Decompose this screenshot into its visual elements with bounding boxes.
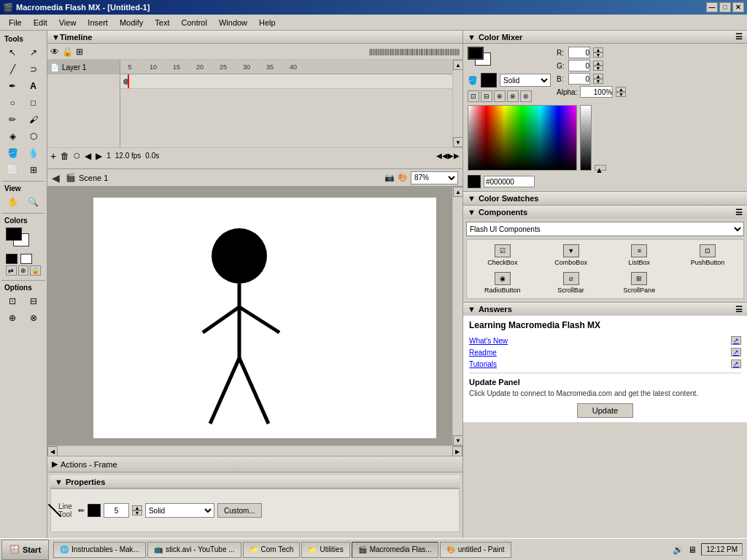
stage-scroll-right[interactable]: ▶ (452, 446, 462, 456)
actions-bar[interactable]: ▶ Actions - Frame (47, 456, 462, 472)
r-up[interactable]: ▲ (593, 47, 603, 52)
mixer-stroke-box[interactable] (468, 47, 484, 60)
no-fill-btn[interactable] (20, 254, 32, 264)
alpha-down[interactable]: ▼ (616, 92, 626, 97)
comp-options[interactable]: ☰ (735, 208, 743, 217)
b-down[interactable]: ▼ (593, 79, 603, 84)
menu-text[interactable]: Text (149, 17, 175, 28)
alpha-input[interactable] (580, 86, 613, 98)
whats-new-link[interactable]: What's New ↗ (469, 336, 741, 345)
gradient-arrow[interactable]: ▲ (595, 165, 606, 171)
option-2[interactable]: ⊟ (24, 293, 43, 309)
stroke-size-input[interactable] (104, 503, 129, 518)
taskbar-item-youtube[interactable]: 📺 stick.avi - YouTube ... (147, 542, 241, 558)
default-colors-btn[interactable]: ⊗ (18, 265, 29, 276)
arrow-tool[interactable]: ↖ (3, 44, 22, 61)
stroke-color-box[interactable] (6, 228, 22, 241)
g-down[interactable]: ▼ (593, 66, 603, 71)
menu-modify[interactable]: Modify (114, 17, 149, 28)
mixer-icon-3[interactable]: ⊕ (494, 90, 506, 102)
g-input[interactable] (568, 60, 590, 71)
playhead[interactable] (128, 74, 129, 88)
fill-lock-btn[interactable]: 🔒 (30, 265, 41, 276)
tutorials-link[interactable]: Tutorials ↗ (469, 359, 741, 368)
brightness-slider[interactable] (580, 105, 592, 171)
mixer-options[interactable]: ☰ (735, 32, 743, 42)
close-button[interactable]: ✕ (732, 2, 744, 12)
taskbar-item-utilities[interactable]: 📁 Utilities (301, 542, 349, 558)
mixer-icon-1[interactable]: ⊡ (468, 90, 479, 102)
update-button[interactable]: Update (577, 403, 633, 418)
lasso-tool[interactable]: ⊃ (24, 61, 43, 77)
no-stroke-btn[interactable] (6, 254, 18, 264)
radiobutton-component[interactable]: ◉ RadioButton (470, 271, 535, 295)
stroke-type-select[interactable]: Solid Dashed Dotted Ragged (145, 503, 214, 518)
zoom-select[interactable]: 87% 100% 50% 25% (411, 171, 458, 184)
alpha-up[interactable]: ▲ (616, 87, 626, 92)
fill-transform-tool[interactable]: ◈ (3, 128, 22, 144)
stroke-swatch[interactable] (88, 504, 101, 517)
oval-tool[interactable]: ○ (3, 95, 22, 111)
paint-bucket-tool[interactable]: 🪣 (3, 145, 22, 161)
b-input[interactable] (568, 73, 590, 85)
minimize-button[interactable]: — (706, 2, 718, 12)
b-up[interactable]: ▲ (593, 74, 603, 79)
stage-scroll-left[interactable]: ◀ (47, 446, 58, 456)
scrollbar-component[interactable]: ⧄ ScrollBar (538, 271, 604, 295)
fill-type-select[interactable]: Solid Linear Radial (500, 74, 551, 87)
menu-view[interactable]: View (53, 17, 82, 28)
mixer-icon-5[interactable]: ⊚ (520, 90, 532, 102)
menu-window[interactable]: Window (213, 17, 253, 28)
stage-canvas[interactable] (93, 198, 436, 438)
line-tool[interactable]: ╱ (3, 61, 22, 77)
swap-colors-btn[interactable]: ⇄ (6, 265, 17, 276)
pen-tool[interactable]: ✒ (3, 78, 22, 94)
taskbar-item-flash[interactable]: 🎬 Macromedia Flas... (352, 542, 438, 558)
stage-scroll-up[interactable]: ▲ (453, 187, 462, 197)
answers-options[interactable]: ☰ (735, 305, 743, 314)
color-picker-gradient[interactable] (468, 105, 577, 171)
rect-tool[interactable]: □ (24, 95, 43, 111)
custom-button[interactable]: Custom... (217, 503, 262, 518)
r-down[interactable]: ▼ (593, 52, 603, 58)
menu-control[interactable]: Control (175, 17, 212, 28)
zoom-tool[interactable]: 🔍 (24, 194, 43, 210)
option-1[interactable]: ⊡ (3, 293, 22, 309)
readme-link[interactable]: Readme ↗ (469, 348, 741, 357)
listbox-component[interactable]: ≡ ListBox (607, 243, 673, 268)
option-3[interactable]: ⊕ (3, 310, 22, 326)
subselect-tool[interactable]: ↗ (24, 44, 43, 61)
stroke-preview-small[interactable] (481, 73, 497, 88)
stroke-up-btn[interactable]: ▲ (132, 505, 142, 510)
scroll-down-btn[interactable]: ▼ (453, 137, 463, 147)
menu-file[interactable]: File (3, 17, 28, 28)
components-filter-select[interactable]: Flash UI Components (466, 222, 744, 236)
maximize-button[interactable]: □ (719, 2, 731, 12)
menu-help[interactable]: Help (253, 17, 282, 28)
menu-insert[interactable]: Insert (82, 17, 114, 28)
eraser-tool[interactable]: ⬜ (3, 162, 22, 178)
option-4[interactable]: ⊗ (24, 310, 43, 326)
hand-tool[interactable]: ✋ (3, 194, 22, 210)
taskbar-item-paint[interactable]: 🎨 untitled - Paint (440, 542, 511, 558)
pencil-tool[interactable]: ✏ (3, 112, 22, 128)
scroll-up-btn[interactable]: ▲ (453, 60, 463, 70)
add-motion-tween[interactable]: ⬡ (74, 152, 80, 160)
scrollpane-component[interactable]: ⊞ ScrollPane (607, 271, 673, 295)
r-input[interactable] (568, 47, 590, 58)
eyedropper-tool[interactable]: 💧 (24, 145, 43, 161)
ink-bottle-tool[interactable]: ⬡ (24, 128, 43, 144)
stroke-down-btn[interactable]: ▼ (132, 510, 142, 516)
hex-input[interactable] (484, 176, 535, 187)
text-tool[interactable]: A (24, 78, 43, 94)
swatches-header[interactable]: ▼ Color Swatches (463, 192, 747, 205)
brush-tool[interactable]: 🖌 (24, 112, 43, 128)
checkbox-component[interactable]: ☑ CheckBox (470, 243, 535, 268)
combobox-component[interactable]: ▼ ComboBox (538, 243, 604, 268)
nav-left-btn[interactable]: ◀ (85, 151, 91, 161)
mixer-icon-4[interactable]: ⊗ (507, 90, 519, 102)
pushbutton-component[interactable]: ⊡ PushButton (675, 243, 740, 268)
nav-right-btn[interactable]: ▶ (96, 151, 102, 161)
snap-tool[interactable]: ⊞ (24, 162, 43, 178)
g-up[interactable]: ▲ (593, 61, 603, 66)
